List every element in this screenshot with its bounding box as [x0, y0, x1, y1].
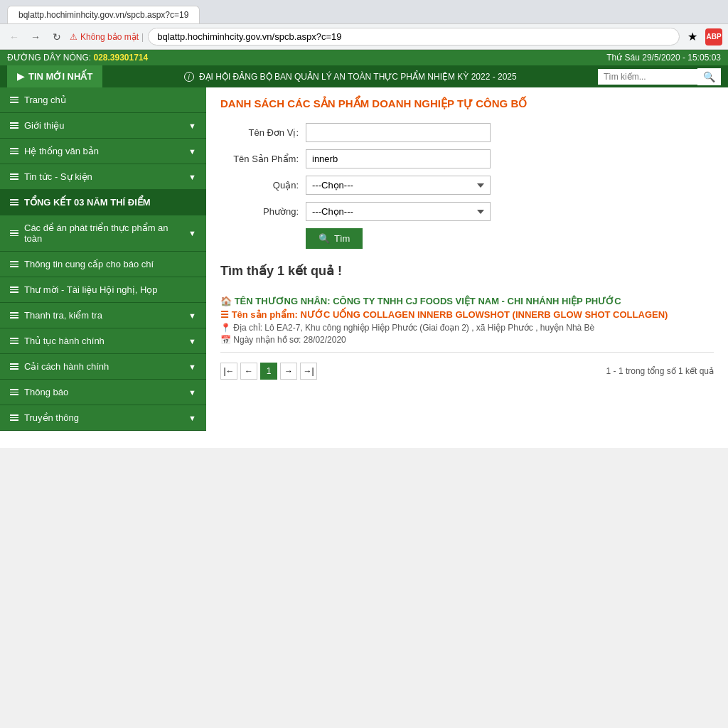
sidebar-item-thong-bao[interactable]: Thông báo ▼: [0, 380, 206, 405]
chevron-icon: ▼: [188, 388, 196, 397]
result-card: TÊN THƯƠNG NHÂN: CÔNG TY TNHH CJ FOODS V…: [220, 289, 714, 353]
sidebar-label: Giới thiệu: [24, 120, 64, 131]
result-company: TÊN THƯƠNG NHÂN: CÔNG TY TNHH CJ FOODS V…: [220, 296, 714, 306]
next-page-button[interactable]: →: [280, 363, 297, 380]
first-page-button[interactable]: |←: [220, 363, 237, 380]
menu-icon: [10, 414, 18, 421]
sidebar-label: Tin tức - Sự kiện: [24, 171, 92, 182]
chevron-icon: ▼: [188, 363, 196, 371]
input-don-vi[interactable]: [306, 123, 491, 142]
select-phuong[interactable]: ---Chọn---: [306, 202, 491, 221]
chevron-icon: ▼: [188, 122, 196, 130]
chevron-icon: ▼: [188, 414, 196, 422]
sidebar-item-tong-ket[interactable]: TỔNG KẾT 03 NĂM THÍ ĐIỂM: [0, 190, 206, 215]
search-icon: 🔍: [318, 233, 330, 244]
nav-bar: ▶ TIN MỚI NHẤT i ĐẠI HỘI ĐẢNG BỘ BAN QUẢ…: [0, 65, 728, 87]
hotline: ĐƯỜNG DÂY NÓNG: 028.39301714: [7, 53, 148, 63]
form-row-don-vi: Tên Đơn Vị:: [220, 123, 714, 142]
result-address: Địa chỉ: Lô EA2-7, Khu công nghiệp Hiệp …: [220, 323, 714, 333]
menu-icon: [10, 389, 18, 395]
sidebar-label: Thông tin cung cấp cho báo chí: [24, 259, 154, 269]
sidebar-item-thanh-tra[interactable]: Thanh tra, kiểm tra ▼: [0, 303, 206, 328]
browser-tabs: bqlattp.hochiminhcity.gov.vn/spcb.aspx?c…: [7, 6, 721, 23]
sidebar-label: Thông báo: [24, 387, 68, 397]
back-button[interactable]: ←: [6, 28, 23, 46]
forward-button[interactable]: →: [27, 28, 44, 46]
sidebar-item-thu-tuc[interactable]: Thủ tục hành chính ▼: [0, 328, 206, 354]
menu-icon: [10, 148, 18, 154]
address-bar[interactable]: [148, 28, 680, 46]
separator: |: [141, 32, 144, 42]
page-1-button[interactable]: 1: [260, 363, 277, 380]
sidebar-item-tin-tuc[interactable]: Tin tức - Sự kiện ▼: [0, 164, 206, 190]
menu-icon: [10, 173, 18, 180]
sidebar-label: Hệ thống văn bản: [24, 146, 99, 156]
page-title: DANH SÁCH CÁC SẢN PHẨM DOANH NGHIỆP TỰ C…: [220, 97, 714, 110]
nav-search-input[interactable]: [598, 69, 697, 85]
search-btn-label: Tìm: [334, 233, 350, 244]
adblock-button[interactable]: ABP: [705, 28, 722, 46]
hotline-number: 028.39301714: [93, 53, 148, 63]
sidebar-label: Thủ tục hành chính: [24, 336, 105, 346]
sidebar-label: Các đề án phát triển thực phẩm an toàn: [24, 223, 188, 244]
website: ĐƯỜNG DÂY NÓNG: 028.39301714 Thứ Sáu 29/…: [0, 50, 728, 448]
video-icon: ▶: [17, 71, 24, 82]
search-form-button[interactable]: 🔍 Tìm: [306, 228, 363, 249]
nav-search-button[interactable]: 🔍: [697, 68, 721, 85]
menu-icon: [10, 338, 18, 344]
tin-moi-nhat-label: TIN MỚI NHẤT: [28, 71, 92, 82]
sidebar-label: Thư mời - Tài liệu Hội nghị, Họp: [24, 284, 158, 295]
sidebar-item-trang-chu[interactable]: Trang chủ: [0, 87, 206, 113]
pagination-info: 1 - 1 trong tổng số 1 kết quả: [606, 366, 714, 376]
sidebar-item-de-an[interactable]: Các đề án phát triển thực phẩm an toàn ▼: [0, 215, 206, 252]
browser-chrome: bqlattp.hochiminhcity.gov.vn/spcb.aspx?c…: [0, 0, 728, 24]
label-don-vi: Tên Đơn Vị:: [220, 127, 306, 138]
browser-toolbar: ← → ↻ ⚠ Không bảo mật | ★ ABP: [0, 24, 728, 50]
sidebar-item-cai-cach[interactable]: Cải cách hành chính ▼: [0, 354, 206, 380]
sidebar-item-thu-moi[interactable]: Thư mời - Tài liệu Hội nghị, Họp: [0, 277, 206, 303]
sidebar-item-truyen-thong[interactable]: Truyền thông ▼: [0, 405, 206, 431]
sidebar-label: TỔNG KẾT 03 NĂM THÍ ĐIỂM: [24, 197, 151, 208]
label-san-pham: Tên Sản Phẩm:: [220, 154, 306, 164]
results-summary: Tìm thấy 1 kết quả !: [220, 263, 714, 279]
search-area: 🔍: [598, 68, 721, 85]
menu-icon: [10, 312, 18, 318]
site-header: ĐƯỜNG DÂY NÓNG: 028.39301714 Thứ Sáu 29/…: [0, 50, 728, 65]
sidebar-item-he-thong-van-ban[interactable]: Hệ thống văn bản ▼: [0, 139, 206, 164]
pagination: |← ← 1 → →| 1 - 1 trong tổng số 1 kết qu…: [220, 363, 714, 380]
menu-icon: [10, 199, 18, 205]
announcement-text: ĐẠI HỘI ĐẢNG BỘ BAN QUẢN LÝ AN TOÀN THỰC…: [199, 72, 517, 82]
menu-icon: [10, 230, 18, 237]
prev-page-button[interactable]: ←: [240, 363, 257, 380]
hotline-label: ĐƯỜNG DÂY NÓNG:: [7, 53, 91, 63]
sidebar-item-gioi-thieu[interactable]: Giới thiệu ▼: [0, 113, 206, 139]
last-page-button[interactable]: →|: [300, 363, 317, 380]
browser-tab[interactable]: bqlattp.hochiminhcity.gov.vn/spcb.aspx?c…: [7, 6, 200, 23]
sidebar-label: Trang chủ: [24, 95, 66, 105]
result-date: Ngày nhận hồ sơ: 28/02/2020: [220, 335, 714, 345]
menu-icon: [10, 287, 18, 293]
content-area: DANH SÁCH CÁC SẢN PHẨM DOANH NGHIỆP TỰ C…: [206, 87, 728, 431]
select-quan[interactable]: ---Chọn---: [306, 176, 491, 195]
chevron-icon: ▼: [188, 311, 196, 320]
sidebar-item-thong-tin-bao-chi[interactable]: Thông tin cung cấp cho báo chí: [0, 252, 206, 277]
sidebar-label: Thanh tra, kiểm tra: [24, 310, 102, 321]
menu-icon: [10, 363, 18, 370]
info-icon: i: [184, 72, 194, 82]
bookmark-button[interactable]: ★: [684, 28, 701, 46]
menu-icon: [10, 122, 18, 129]
sidebar-label: Truyền thông: [24, 412, 79, 423]
chevron-icon: ▼: [188, 147, 196, 156]
reload-button[interactable]: ↻: [48, 28, 65, 46]
warning-icon: ⚠: [70, 32, 77, 42]
sidebar-label: Cải cách hành chính: [24, 361, 109, 372]
form-row-san-pham: Tên Sản Phẩm:: [220, 149, 714, 168]
sidebar: Trang chủ Giới thiệu ▼ Hệ thống văn bản …: [0, 87, 206, 431]
datetime: Thứ Sáu 29/5/2020 - 15:05:03: [606, 53, 721, 63]
result-product[interactable]: Tên sản phẩm: NƯỚC UỐNG COLLAGEN INNERB …: [220, 309, 714, 320]
form-row-phuong: Phường: ---Chọn---: [220, 202, 714, 221]
label-phuong: Phường:: [220, 206, 306, 217]
input-san-pham[interactable]: [306, 149, 491, 168]
chevron-icon: ▼: [188, 173, 196, 181]
chevron-icon: ▼: [188, 229, 196, 237]
